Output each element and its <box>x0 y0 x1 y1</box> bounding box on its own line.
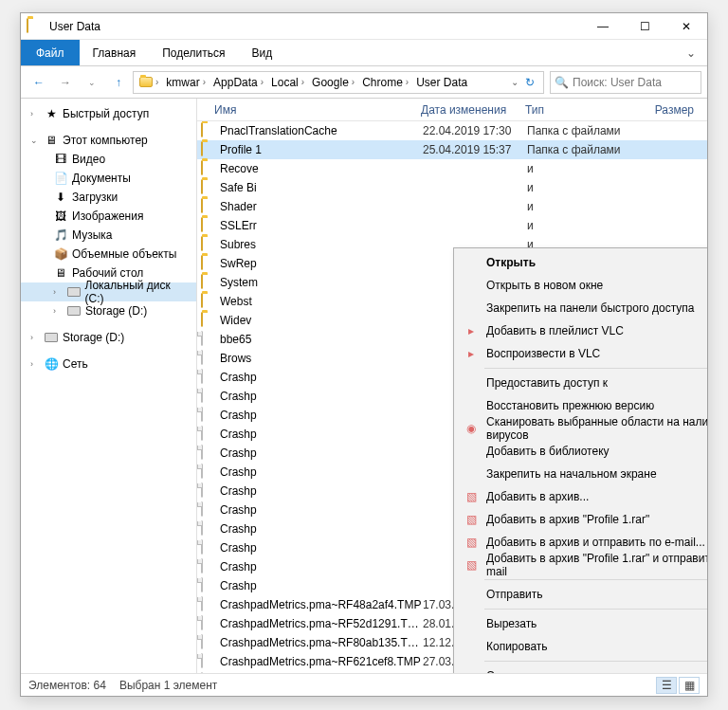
sidebar-item[interactable]: ⬇Загрузки <box>21 188 196 207</box>
vlc-icon: ▸ <box>462 322 481 339</box>
folder-icon <box>201 256 216 271</box>
maximize-button[interactable]: ☐ <box>624 13 665 40</box>
context-menu-item[interactable]: Открыть в новом окне <box>456 274 707 297</box>
folder-icon <box>201 237 216 252</box>
breadcrumb-root-icon[interactable]: › <box>136 72 162 93</box>
context-menu-item[interactable]: Добавить в библиотеку▶ <box>456 440 707 463</box>
desktop-icon: 🖥 <box>53 265 68 281</box>
sidebar-storage2[interactable]: ›Storage (D:) <box>21 328 196 347</box>
sidebar-this-pc[interactable]: ⌄🖥Этот компьютер <box>21 131 196 150</box>
file-icon <box>201 502 216 518</box>
breadcrumb-seg: User Data <box>412 72 471 93</box>
folder-icon <box>201 180 216 195</box>
folder-icon <box>201 123 216 138</box>
context-menu-item[interactable]: Копировать <box>456 635 707 658</box>
file-row[interactable]: Safe Biи <box>197 178 707 197</box>
sidebar-item[interactable]: 📄Документы <box>21 169 196 188</box>
breadcrumb[interactable]: › kmwar› AppData› Local› Google› Chrome›… <box>133 71 544 94</box>
context-menu-item[interactable]: ▸Воспроизвести в VLC <box>456 342 707 365</box>
file-icon <box>201 540 216 555</box>
file-icon <box>201 483 216 499</box>
context-menu-item[interactable]: Открыть <box>456 251 707 274</box>
addressbar: ← → ⌄ ↑ › kmwar› AppData› Local› Google›… <box>21 66 707 99</box>
context-menu-item[interactable]: ▧Добавить в архив "Profile 1.rar" <box>456 508 707 531</box>
disk-icon <box>66 284 82 300</box>
view-details-button[interactable]: ☰ <box>656 677 677 694</box>
window-title: User Data <box>49 20 582 33</box>
breadcrumb-dropdown-icon[interactable]: ⌄ <box>511 77 519 87</box>
tab-share[interactable]: Поделиться <box>149 40 238 65</box>
tab-home[interactable]: Главная <box>80 40 150 65</box>
context-menu-item[interactable]: Отправить▶ <box>456 583 707 606</box>
rar-icon: ▧ <box>462 488 481 505</box>
video-icon: 🎞 <box>53 152 68 167</box>
file-icon <box>201 408 216 423</box>
documents-icon: 📄 <box>53 171 68 186</box>
star-icon: ★ <box>44 106 59 121</box>
file-list-pane: Имя Дата изменения Тип Размер PnaclTrans… <box>197 99 707 673</box>
refresh-button[interactable]: ↻ <box>519 76 541 89</box>
file-icon <box>201 521 216 537</box>
context-menu-item[interactable]: Закрепить на панели быстрого доступа <box>456 297 707 319</box>
sidebar-item[interactable]: 🎞Видео <box>21 150 196 169</box>
file-icon <box>201 389 216 404</box>
search-placeholder: Поиск: User Data <box>573 76 662 89</box>
explorer-window: User Data — ☐ ✕ Файл Главная Поделиться … <box>20 12 708 697</box>
file-tab[interactable]: Файл <box>21 40 80 65</box>
context-menu-item[interactable]: ▧Добавить в архив и отправить по e-mail.… <box>456 531 707 554</box>
ribbon-expand-icon[interactable]: ⌄ <box>675 46 707 60</box>
context-menu-item[interactable]: ▧Добавить в архив "Profile 1.rar" и отпр… <box>456 554 707 576</box>
file-row[interactable]: SSLErrи <box>197 216 707 235</box>
sidebar-item[interactable]: 🎵Музыка <box>21 226 196 245</box>
context-menu-item[interactable]: Вырезать <box>456 612 707 635</box>
close-button[interactable]: ✕ <box>665 13 707 40</box>
app-icon <box>27 19 42 34</box>
file-icon <box>201 597 216 612</box>
tab-view[interactable]: Вид <box>238 40 285 65</box>
search-input[interactable]: 🔍 Поиск: User Data <box>550 71 701 94</box>
col-name[interactable]: Имя <box>214 103 421 117</box>
file-icon <box>201 635 216 650</box>
context-menu-item[interactable]: ▸Добавить в плейлист VLC <box>456 319 707 342</box>
folder-icon <box>201 161 216 176</box>
sidebar-local-disk[interactable]: ›Локальный диск (C:) <box>21 282 196 301</box>
view-thumbnails-button[interactable]: ▦ <box>679 677 700 694</box>
col-date[interactable]: Дата изменения <box>421 103 525 117</box>
search-icon: 🔍 <box>555 76 569 89</box>
recent-dropdown[interactable]: ⌄ <box>80 70 104 95</box>
file-row[interactable]: PnaclTranslationCache22.04.2019 17:30Пап… <box>197 121 707 140</box>
breadcrumb-seg: Google› <box>308 72 358 93</box>
file-icon <box>201 427 216 442</box>
file-row[interactable]: Profile 125.04.2019 15:37Папка с файлами <box>197 140 707 159</box>
context-menu-item[interactable]: Создать ярлык <box>456 664 707 673</box>
context-menu-item[interactable]: Предоставить доступ к▶ <box>456 372 707 394</box>
rar-icon: ▧ <box>462 511 481 528</box>
col-size[interactable]: Размер <box>637 103 694 117</box>
sidebar-network[interactable]: ›🌐Сеть <box>21 355 196 373</box>
context-menu-item[interactable]: ◉Сканировать выбранные области на наличи… <box>456 417 707 440</box>
context-menu-item[interactable]: ▧Добавить в архив... <box>456 485 707 508</box>
titlebar: User Data — ☐ ✕ <box>21 13 707 40</box>
up-button[interactable]: ↑ <box>106 70 131 95</box>
back-button[interactable]: ← <box>27 70 51 95</box>
sidebar-item[interactable]: 🖼Изображения <box>21 207 196 226</box>
sidebar-item[interactable]: 📦Объемные объекты <box>21 245 196 264</box>
file-icon <box>201 578 216 593</box>
sidebar-quick-access[interactable]: ›★Быстрый доступ <box>21 104 196 123</box>
network-icon: 🌐 <box>44 356 59 372</box>
col-type[interactable]: Тип <box>525 103 637 117</box>
forward-button[interactable]: → <box>53 70 78 95</box>
rar-icon: ▧ <box>462 556 481 573</box>
file-row[interactable]: Shaderи <box>197 197 707 216</box>
file-icon <box>201 616 216 631</box>
context-menu-item[interactable]: Закрепить на начальном экране <box>456 463 707 485</box>
breadcrumb-seg: AppData› <box>209 72 267 93</box>
minimize-button[interactable]: — <box>582 13 624 40</box>
file-row[interactable]: Recoveи <box>197 159 707 178</box>
statusbar: Элементов: 64 Выбран 1 элемент ☰ ▦ <box>21 673 707 696</box>
breadcrumb-seg: Chrome› <box>358 72 412 93</box>
disk-icon <box>66 303 82 319</box>
navigation-pane: ›★Быстрый доступ ⌄🖥Этот компьютер 🎞Видео… <box>21 99 197 673</box>
column-headers[interactable]: Имя Дата изменения Тип Размер <box>197 99 707 121</box>
context-menu-item[interactable]: Восстановить прежнюю версию <box>456 394 707 417</box>
